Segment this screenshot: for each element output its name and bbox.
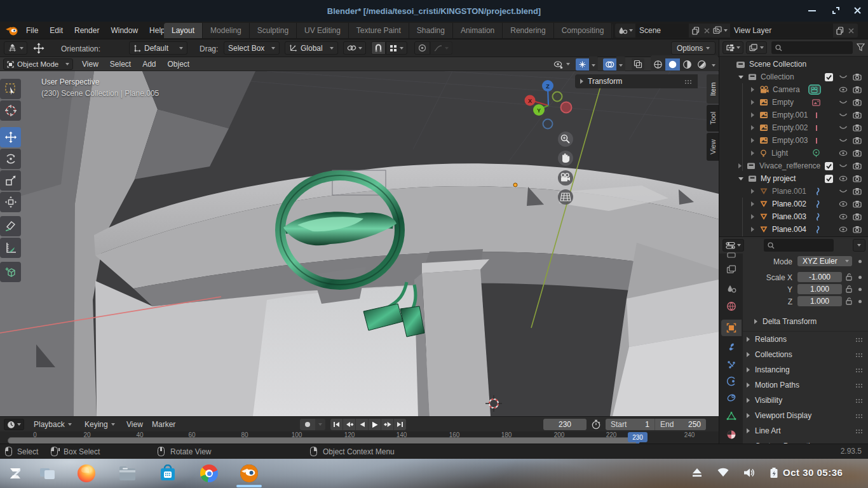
eye-closed-icon[interactable]	[839, 137, 848, 144]
show-overlays-toggle[interactable]	[603, 58, 616, 71]
expand-icon[interactable]	[751, 138, 754, 143]
animate-dot[interactable]	[858, 288, 862, 291]
expand-icon[interactable]	[751, 201, 754, 207]
eject-icon[interactable]	[691, 468, 703, 478]
lock-icon[interactable]	[845, 285, 853, 293]
outliner-row-plane-003[interactable]: Plane.003	[719, 210, 868, 223]
close-button[interactable]	[854, 7, 861, 14]
mode-dropdown[interactable]: Object Mode	[3, 58, 73, 70]
clock[interactable]: Oct 30 05:36	[783, 467, 843, 478]
jump-to-start-button[interactable]	[330, 419, 343, 430]
panel-visibility[interactable]: Visibility	[743, 393, 868, 407]
chrome-icon[interactable]	[200, 464, 218, 482]
outliner-row-camera[interactable]: Camera	[719, 83, 868, 96]
tab-view-layer-properties[interactable]	[721, 261, 742, 278]
wifi-icon[interactable]	[717, 468, 729, 478]
render-camera-icon[interactable]	[853, 111, 862, 119]
orientation-dropdown[interactable]: Default	[129, 41, 187, 55]
scene-name-field[interactable]: Scene	[635, 24, 689, 37]
outliner-search-input[interactable]	[771, 41, 853, 54]
timeline-view-menu[interactable]: View	[122, 419, 147, 430]
timeline-marker-menu[interactable]: Marker	[147, 419, 180, 430]
perspective-grid-icon[interactable]	[558, 189, 573, 205]
animate-dot[interactable]	[858, 260, 862, 263]
outliner-row-empty-001[interactable]: Empty.001	[719, 109, 868, 121]
eye-open-icon[interactable]	[839, 86, 848, 93]
lock-icon[interactable]	[845, 273, 853, 281]
timeline-keying-menu[interactable]: Keying	[80, 419, 119, 430]
lock-icon[interactable]	[845, 297, 853, 305]
shading-dropdown-chevron[interactable]	[709, 55, 718, 73]
render-camera-icon[interactable]	[853, 149, 862, 157]
outliner-row-scene-collection[interactable]: Scene Collection	[719, 58, 868, 71]
keying-set-chevron[interactable]	[315, 419, 325, 430]
eye-closed-icon[interactable]	[839, 125, 848, 131]
volume-icon[interactable]	[743, 468, 756, 478]
proportional-edit-toggle[interactable]	[414, 41, 430, 55]
render-camera-icon[interactable]	[853, 98, 862, 106]
render-camera-icon[interactable]	[853, 162, 862, 170]
render-camera-icon[interactable]	[853, 187, 862, 195]
menu-window[interactable]: Window	[105, 24, 144, 37]
snap-pair-button[interactable]	[343, 41, 366, 55]
menu-render[interactable]: Render	[69, 24, 105, 37]
window-switcher-icon[interactable]	[39, 466, 56, 481]
eye-closed-icon[interactable]	[839, 74, 848, 80]
jump-to-end-button[interactable]	[394, 419, 406, 430]
tab-scene-properties[interactable]	[721, 280, 742, 297]
expand-icon[interactable]	[751, 100, 754, 105]
workspace-tab-layout[interactable]: Layout	[164, 23, 203, 38]
properties-options-chevron[interactable]	[853, 239, 865, 252]
panel-collections[interactable]: Collections	[743, 348, 868, 362]
workspace-tab-texture-paint[interactable]: Texture Paint	[349, 23, 409, 38]
render-camera-icon[interactable]	[853, 124, 862, 132]
blender-app-icon[interactable]	[240, 464, 258, 482]
pivot-dropdown[interactable]: Global	[285, 41, 338, 55]
viewport-canvas[interactable]: Z X Y	[0, 71, 719, 416]
render-camera-icon[interactable]	[853, 226, 862, 233]
properties-search-input[interactable]	[764, 239, 834, 252]
timeline-editor-type-button[interactable]	[4, 419, 24, 430]
tab-constraint-properties[interactable]	[721, 390, 742, 406]
workspace-tab-rendering[interactable]: Rendering	[503, 23, 553, 38]
zoom-icon[interactable]	[558, 132, 573, 147]
npanel-tab-tool[interactable]: Tool	[707, 105, 719, 132]
firefox-icon[interactable]	[78, 464, 95, 482]
viewport-menu-select[interactable]: Select	[104, 57, 137, 71]
outliner-display-mode-button[interactable]	[722, 41, 743, 54]
eye-open-icon[interactable]	[839, 226, 848, 233]
eye-open-icon[interactable]	[839, 214, 848, 220]
editor-type-button[interactable]	[4, 41, 27, 55]
current-frame-field[interactable]: 230	[543, 419, 587, 430]
shading-rendered-button[interactable]	[695, 58, 709, 71]
overlays-dropdown-chevron[interactable]	[616, 57, 625, 72]
expand-icon[interactable]	[738, 177, 743, 180]
scene-icon[interactable]	[615, 26, 635, 35]
npanel-tab-item[interactable]: Item	[707, 74, 719, 104]
panel-motion-paths[interactable]: Motion Paths	[743, 378, 868, 392]
snap-target-button[interactable]	[386, 41, 407, 55]
view-layer-icon[interactable]	[710, 26, 730, 35]
scale-z-field[interactable]: 1.000	[797, 296, 842, 306]
show-gizmo-toggle[interactable]	[576, 58, 589, 71]
outliner-filter-icon[interactable]	[857, 43, 865, 51]
navigation-gizmo[interactable]: Z X Y	[525, 80, 572, 129]
workspace-tab-compositing[interactable]: Compositing	[554, 23, 613, 38]
outliner-row-empty-002[interactable]: Empty.002	[719, 121, 868, 134]
outliner-row-empty[interactable]: Empty	[719, 96, 868, 109]
frame-end-field[interactable]: End 250	[655, 419, 706, 430]
tab-output-partial[interactable]	[721, 248, 742, 259]
shading-wireframe-button[interactable]	[651, 58, 665, 71]
timeline-playback-menu[interactable]: Playback	[29, 419, 76, 430]
snap-magnet-toggle[interactable]	[371, 41, 386, 55]
tab-world-properties[interactable]	[721, 298, 742, 315]
workspace-tab-uv-editing[interactable]: UV Editing	[297, 23, 349, 38]
minimize-button[interactable]	[808, 10, 816, 11]
auto-keying-toggle[interactable]	[300, 419, 315, 430]
shading-solid-button[interactable]	[665, 58, 680, 71]
workspace-tab-animation[interactable]: Animation	[453, 23, 503, 38]
rotation-mode-dropdown[interactable]: XYZ Euler	[797, 256, 852, 266]
render-camera-icon[interactable]	[853, 137, 862, 144]
workspace-tab-sculpting[interactable]: Sculpting	[250, 23, 297, 38]
tab-modifier-properties[interactable]	[721, 339, 742, 355]
